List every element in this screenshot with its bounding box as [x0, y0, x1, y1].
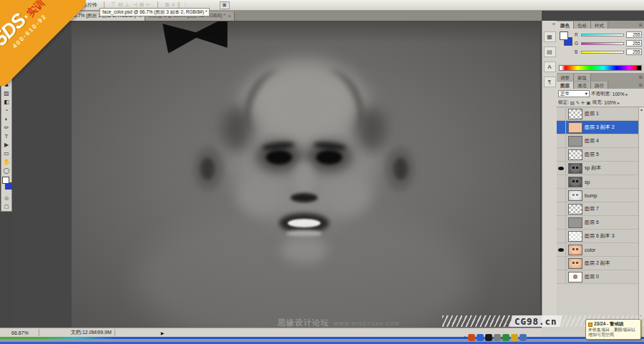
blur-tool[interactable]: ◔: [1, 106, 11, 114]
close-icon[interactable]: ×: [228, 14, 231, 19]
dodge-tool[interactable]: ◐: [1, 114, 11, 123]
layer-row[interactable]: 图层 0: [557, 270, 638, 284]
path-selection-tool[interactable]: ▶: [1, 140, 11, 149]
tray-app-green-icon[interactable]: [502, 334, 509, 341]
layer-row[interactable]: 图层 1: [557, 107, 638, 121]
type-tool[interactable]: T: [1, 132, 11, 140]
hand-tool[interactable]: ✋: [1, 157, 11, 166]
move-tool[interactable]: ✛: [1, 37, 11, 46]
tab-layers[interactable]: 图层: [557, 82, 574, 89]
zoom-tool[interactable]: ◯: [1, 166, 11, 175]
blend-mode-select[interactable]: 正常 ▾: [558, 90, 590, 97]
character-panel-icon[interactable]: A: [544, 62, 556, 72]
visibility-toggle[interactable]: [557, 216, 566, 229]
color-swatches[interactable]: [1, 176, 13, 193]
spinner-icon[interactable]: ▸: [625, 92, 628, 97]
lasso-tool[interactable]: ✑: [1, 54, 11, 63]
visibility-toggle[interactable]: [557, 175, 566, 188]
layer-row[interactable]: sp 副本: [557, 162, 638, 175]
zoom-level-field[interactable]: 66.67%: [11, 330, 36, 335]
layer-row[interactable]: sp: [557, 175, 638, 189]
spinner-icon[interactable]: ▸: [618, 100, 620, 105]
tray-app-red-icon[interactable]: [468, 334, 475, 341]
gradient-tool[interactable]: ◧: [1, 97, 11, 106]
tab-paths[interactable]: 路径: [591, 82, 608, 89]
b-value-field[interactable]: 255: [626, 49, 642, 55]
tab-color[interactable]: 颜色: [557, 21, 574, 29]
tab-styles[interactable]: 样式: [591, 21, 608, 29]
opacity-value[interactable]: 100%: [613, 92, 625, 97]
show-transform-controls-checkbox[interactable]: 显示变换控件: [60, 1, 97, 9]
foreground-color-swatch[interactable]: [2, 177, 9, 184]
lock-image-pixels-icon[interactable]: ✎: [576, 100, 581, 105]
visibility-toggle[interactable]: [557, 162, 566, 175]
color-swatches[interactable]: [559, 31, 575, 49]
collapse-panels-icon[interactable]: «: [552, 21, 555, 27]
crop-tool[interactable]: ✂: [1, 63, 11, 72]
scrollbar[interactable]: ▲ ▼: [638, 107, 644, 318]
visibility-toggle[interactable]: [557, 107, 566, 120]
mini-bridge-panel-icon[interactable]: ▤: [544, 46, 556, 57]
layer-row[interactable]: 图层 5: [557, 148, 638, 162]
paragraph-panel-icon[interactable]: ¶: [544, 77, 556, 87]
visibility-toggle[interactable]: [557, 202, 566, 215]
tray-expand-icon[interactable]: »: [464, 335, 467, 340]
g-slider-track[interactable]: [581, 42, 624, 45]
quick-mask-button[interactable]: ◎: [1, 194, 11, 202]
color-spectrum-ramp[interactable]: [559, 65, 642, 71]
g-value-field[interactable]: 255: [626, 40, 642, 46]
layer-row[interactable]: 图层 3 副本 2: [557, 121, 638, 134]
tab-channels[interactable]: 通道: [574, 82, 591, 89]
b-slider-track[interactable]: [581, 51, 624, 54]
layer-row[interactable]: 图层 4: [557, 134, 638, 148]
visibility-toggle[interactable]: [557, 243, 566, 256]
checkbox-icon[interactable]: [60, 3, 65, 8]
panel-menu-icon[interactable]: ≣: [638, 74, 643, 81]
status-flyout-icon[interactable]: ▶: [161, 330, 165, 335]
visibility-toggle[interactable]: [557, 148, 566, 161]
tray-app-gray-icon[interactable]: [494, 334, 501, 341]
tray-notification-balloon[interactable]: 23/24 - 警戒级 未收集项目，删除项目以 增加可用空间: [585, 319, 641, 340]
panel-menu-icon[interactable]: ≣: [638, 82, 643, 89]
tab-adjustments[interactable]: 调整: [557, 74, 574, 81]
bridge-panel-icon[interactable]: ▦: [544, 31, 556, 42]
layer-row[interactable]: 图层 6 副本 3: [557, 230, 638, 243]
canvas-document[interactable]: 思缘设计论坛 WWW.MISSYUAN.COM: [72, 21, 540, 328]
clone-stamp-tool[interactable]: ♟: [1, 80, 11, 89]
tool-preset-dropdown[interactable]: ✛ ▾: [33, 1, 49, 9]
visibility-toggle[interactable]: [557, 121, 566, 134]
pen-tool[interactable]: ✏: [1, 123, 11, 132]
visibility-toggle[interactable]: [557, 134, 566, 147]
color-slider-g[interactable]: G255: [575, 40, 642, 46]
tray-app-steel-icon[interactable]: [519, 334, 527, 341]
tray-app-blue-icon[interactable]: [477, 334, 484, 341]
brush-tool[interactable]: ✒: [1, 72, 11, 80]
visibility-toggle[interactable]: [557, 257, 566, 270]
layer-row[interactable]: color: [557, 243, 638, 257]
layer-row[interactable]: bump: [557, 189, 638, 202]
color-slider-b[interactable]: B255: [575, 49, 642, 55]
layer-row[interactable]: 图层 6: [557, 216, 638, 230]
r-slider-track[interactable]: [581, 34, 624, 36]
foreground-color-swatch[interactable]: [560, 31, 568, 40]
scroll-up-icon[interactable]: ▲: [640, 107, 643, 112]
workspace-icon[interactable]: ▣: [220, 1, 230, 9]
tab-masks[interactable]: 蒙版: [574, 74, 591, 81]
eraser-tool[interactable]: ▨: [1, 89, 11, 97]
marquee-tool[interactable]: ▢: [1, 46, 11, 54]
fill-value[interactable]: 100%: [604, 100, 616, 105]
tray-app-dark-icon[interactable]: [485, 334, 492, 341]
color-slider-r[interactable]: R255: [575, 31, 642, 38]
r-value-field[interactable]: 255: [626, 31, 642, 38]
visibility-toggle[interactable]: [557, 189, 566, 202]
tray-app-yellow-icon[interactable]: [511, 334, 518, 341]
shape-tool[interactable]: ▭: [1, 149, 11, 157]
visibility-toggle[interactable]: [557, 270, 566, 283]
layer-row[interactable]: 图层 7: [557, 202, 638, 216]
lock-transparent-pixels-icon[interactable]: ▨: [570, 100, 576, 105]
screen-mode-button[interactable]: ▢: [1, 202, 11, 210]
tab-swatches[interactable]: 色板: [574, 21, 591, 29]
visibility-toggle[interactable]: [557, 230, 566, 242]
panel-menu-icon[interactable]: ≣: [638, 21, 643, 29]
lock-all-icon[interactable]: ▣: [586, 100, 590, 105]
